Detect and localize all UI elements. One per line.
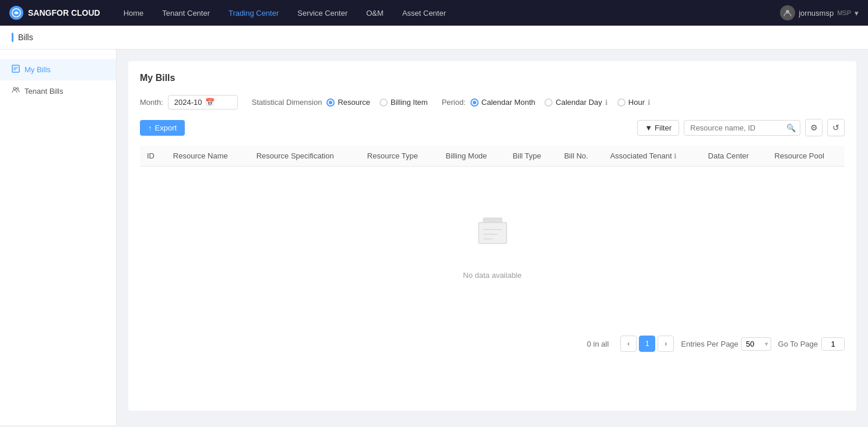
user-avatar	[780, 5, 795, 20]
filter-button[interactable]: ▼ Filter	[637, 120, 679, 136]
col-bill-no: Bill No.	[557, 146, 603, 167]
nav-service-center[interactable]: Service Center	[297, 6, 347, 20]
period-calendar-month-radio	[470, 98, 479, 107]
breadcrumb-bar: Bills	[0, 26, 868, 50]
sidebar-item-my-bills[interactable]: My Bills	[0, 59, 116, 80]
col-resource-name: Resource Name	[166, 146, 249, 167]
filter-label: Filter	[655, 123, 672, 132]
calendar-icon: 📅	[205, 98, 215, 107]
user-role: MSP	[837, 9, 851, 16]
period-calendar-day-label: Calendar Day	[556, 98, 602, 107]
empty-state: No data available	[140, 167, 845, 326]
entries-select-wrapper: 10 20 50 100	[741, 337, 771, 351]
goto-page-label: Go To Page	[778, 340, 818, 348]
dimension-resource-label: Resource	[338, 98, 370, 107]
logo-icon	[9, 6, 23, 20]
calendar-day-info-icon: ℹ	[605, 98, 608, 107]
month-filter-group: Month: 2024-10 📅	[140, 95, 238, 110]
sidebar-item-my-bills-label: My Bills	[24, 65, 51, 74]
period-label: Period:	[442, 98, 466, 107]
page-1-button[interactable]: 1	[639, 336, 655, 352]
username: jornusmsp	[799, 9, 834, 17]
filter-row: Month: 2024-10 📅 Statistical Dimension	[140, 95, 845, 110]
tenant-bills-icon	[12, 86, 20, 96]
panel-title: My Bills	[140, 73, 845, 83]
col-id: ID	[140, 146, 166, 167]
nav-asset-center[interactable]: Asset Center	[402, 6, 446, 20]
goto-page-input[interactable]	[821, 337, 845, 351]
page-total: 0 in all	[587, 340, 609, 348]
entries-label: Entries Per Page	[681, 340, 738, 348]
empty-icon	[474, 213, 511, 264]
page-nav: ‹ 1 ›	[620, 336, 674, 352]
export-icon: ↑	[148, 123, 152, 132]
nav-om[interactable]: O&M	[366, 6, 384, 20]
statistical-dimension-group: Statistical Dimension Resource Billing I…	[252, 98, 428, 107]
month-label: Month:	[140, 98, 163, 107]
export-button[interactable]: ↑ Export	[140, 120, 185, 136]
refresh-button[interactable]: ↺	[827, 119, 845, 136]
nav-tenant-center[interactable]: Tenant Center	[162, 6, 210, 20]
period-calendar-month-label: Calendar Month	[482, 98, 536, 107]
breadcrumb-text: Bills	[18, 33, 33, 42]
dimension-resource-radio	[326, 98, 335, 107]
my-bills-icon	[12, 65, 20, 75]
sidebar: My Bills Tenant Bills	[0, 50, 117, 425]
top-navigation: SANGFOR CLOUD Home Tenant Center Trading…	[0, 0, 868, 26]
filter-icon: ▼	[645, 123, 652, 132]
col-bill-type: Bill Type	[505, 146, 557, 167]
goto-page-group: Go To Page	[778, 337, 845, 351]
statistical-dimension-label: Statistical Dimension	[252, 98, 322, 107]
empty-text: No data available	[463, 271, 521, 280]
period-filter-group: Period: Calendar Month Calendar Day ℹ	[442, 98, 651, 107]
search-icon[interactable]: 🔍	[786, 123, 796, 132]
period-hour-option[interactable]: Hour ℹ	[617, 98, 651, 107]
breadcrumb-indicator	[12, 33, 13, 42]
sidebar-item-tenant-bills-label: Tenant Bills	[24, 87, 63, 96]
logo: SANGFOR CLOUD	[9, 6, 100, 20]
col-associated-tenant: Associated Tenant ℹ	[603, 146, 701, 167]
period-calendar-day-option[interactable]: Calendar Day ℹ	[544, 98, 608, 107]
sidebar-item-tenant-bills[interactable]: Tenant Bills	[0, 80, 116, 102]
svg-point-7	[17, 88, 19, 90]
period-calendar-month-option[interactable]: Calendar Month	[470, 98, 536, 107]
content-area: My Bills Month: 2024-10 📅 Statistical Di…	[117, 50, 868, 425]
month-value: 2024-10	[174, 98, 202, 107]
user-menu[interactable]: jornusmsp MSP ▾	[780, 5, 859, 20]
svg-point-6	[13, 87, 16, 90]
col-resource-specification: Resource Specification	[249, 146, 360, 167]
period-hour-label: Hour	[628, 98, 645, 107]
associated-tenant-info-icon: ℹ	[674, 152, 677, 160]
dimension-billing-item-option[interactable]: Billing Item	[379, 98, 428, 107]
user-dropdown-icon: ▾	[855, 9, 859, 17]
nav-home[interactable]: Home	[124, 6, 144, 20]
entries-select[interactable]: 10 20 50 100	[741, 337, 771, 351]
nav-trading-center[interactable]: Trading Center	[229, 6, 279, 20]
dimension-billing-item-radio	[379, 98, 388, 107]
toolbar-right: ▼ Filter 🔍 ⚙ ↺	[637, 119, 845, 136]
col-data-center: Data Center	[701, 146, 768, 167]
logo-text: SANGFOR CLOUD	[28, 8, 100, 17]
period-calendar-day-radio	[544, 98, 553, 107]
dimension-resource-option[interactable]: Resource	[326, 98, 370, 107]
period-radio-group: Calendar Month Calendar Day ℹ Hour ℹ	[470, 98, 651, 107]
col-billing-mode: Billing Mode	[439, 146, 506, 167]
month-date-input[interactable]: 2024-10 📅	[168, 95, 238, 110]
toolbar-row: ↑ Export ▼ Filter 🔍 ⚙ ↺	[140, 119, 845, 136]
content-panel: My Bills Month: 2024-10 📅 Statistical Di…	[128, 61, 856, 411]
col-resource-pool: Resource Pool	[768, 146, 845, 167]
svg-rect-8	[479, 223, 507, 244]
prev-page-button[interactable]: ‹	[620, 336, 637, 352]
hour-info-icon: ℹ	[648, 98, 651, 107]
table-header-row: ID Resource Name Resource Specification …	[140, 146, 845, 167]
search-wrapper: 🔍	[684, 120, 800, 136]
svg-rect-9	[483, 218, 502, 223]
bills-table: ID Resource Name Resource Specification …	[140, 146, 845, 167]
next-page-button[interactable]: ›	[658, 336, 674, 352]
export-label: Export	[155, 123, 177, 132]
settings-button[interactable]: ⚙	[805, 119, 823, 136]
search-input[interactable]	[684, 120, 800, 136]
dimension-radio-group: Resource Billing Item	[326, 98, 427, 107]
pagination-bar: 0 in all ‹ 1 › Entries Per Page 10 20 50	[140, 326, 845, 352]
dimension-billing-item-label: Billing Item	[391, 98, 428, 107]
